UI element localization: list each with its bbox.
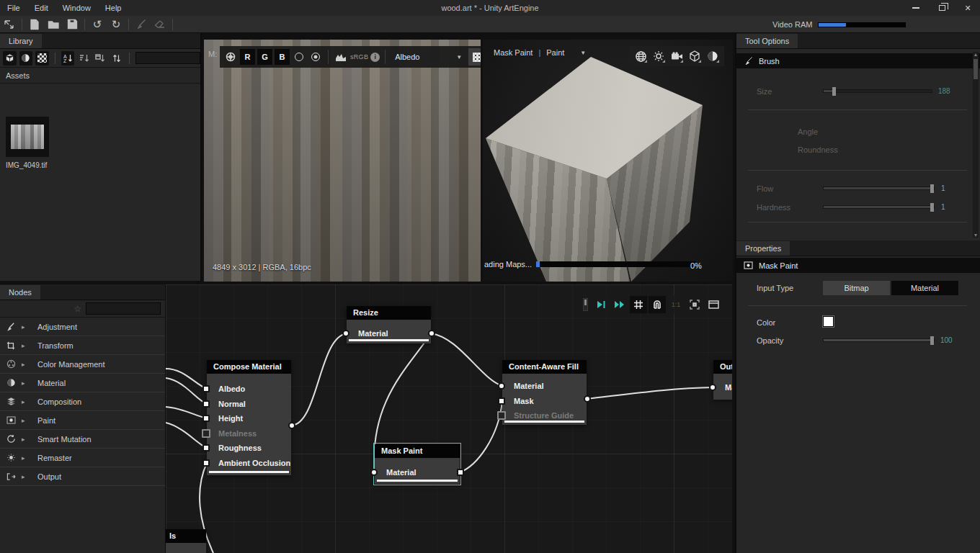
flow-slider-knob[interactable] (930, 184, 934, 193)
input-port-material[interactable] (709, 384, 716, 391)
asset-card[interactable]: IMG_4049.tif (6, 117, 50, 169)
input-port-material[interactable] (342, 330, 349, 337)
output-port[interactable] (288, 422, 295, 429)
scroll-down-icon[interactable]: ▼ (973, 233, 979, 238)
node-clipped-left[interactable]: ls (166, 529, 206, 553)
close-button[interactable]: ✕ (957, 0, 979, 16)
scroll-up-icon[interactable]: ▲ (973, 52, 979, 57)
input-port-normal[interactable] (202, 400, 210, 408)
filter-texture-button[interactable] (35, 51, 49, 66)
sort-type-button[interactable] (77, 51, 91, 66)
flow-slider[interactable] (823, 186, 935, 190)
lighting-button[interactable] (651, 49, 666, 63)
node-category-output[interactable]: ▸ Output (0, 467, 165, 486)
tool-mode-dropdown[interactable]: Paint (546, 48, 564, 57)
favorites-star-icon[interactable]: ☆ (74, 304, 81, 314)
redo-button[interactable]: ↻ (107, 17, 125, 32)
input-port-height[interactable] (202, 415, 210, 422)
opacity-slider[interactable] (823, 338, 935, 342)
size-slider[interactable] (823, 89, 932, 93)
node-category-material[interactable]: ▸ Material (0, 374, 165, 392)
fit-view-button[interactable] (686, 296, 703, 313)
tab-tool-options[interactable]: Tool Options (736, 34, 798, 48)
play-all-button[interactable] (611, 296, 628, 313)
node-output[interactable]: Outp Ma (713, 360, 732, 400)
info-icon[interactable]: i (370, 53, 380, 62)
input-port-material[interactable] (370, 469, 378, 476)
sort-date-button[interactable] (94, 51, 107, 66)
restore-button[interactable] (931, 0, 953, 16)
node-category-transform[interactable]: ▸ Transform (0, 336, 165, 355)
node-category-composition[interactable]: ▸ Composition (0, 392, 165, 411)
menu-edit[interactable]: Edit (27, 0, 55, 16)
node-category-adjustment[interactable]: ▸ Adjustment (0, 318, 165, 336)
histogram-button[interactable] (334, 50, 348, 64)
toggle-grid-button[interactable] (630, 296, 647, 313)
input-type-material-button[interactable]: Material (891, 281, 958, 295)
hardness-slider-knob[interactable] (930, 203, 934, 212)
environment-button[interactable] (633, 49, 648, 63)
alpha-solo-button[interactable] (308, 50, 323, 64)
input-port-roughness[interactable] (202, 444, 210, 451)
output-port[interactable] (457, 469, 464, 476)
srgb-label[interactable]: sRGB (350, 53, 368, 60)
tab-properties[interactable]: Properties (736, 241, 790, 256)
input-port-albedo[interactable] (202, 385, 210, 392)
opacity-slider-knob[interactable] (930, 336, 934, 345)
transform-tool-button[interactable] (0, 17, 19, 32)
input-port-material[interactable] (498, 382, 505, 390)
node-graph-canvas[interactable]: 1:1 Resize Material Compose Material Alb… (166, 284, 732, 553)
tiling-toggle-button[interactable] (223, 50, 238, 64)
zoom-1-1-button[interactable]: 1:1 (667, 296, 685, 313)
node-mask-paint[interactable]: Mask Paint Material (375, 444, 460, 484)
map-select-dropdown[interactable]: Albedo ▼ (391, 49, 466, 65)
panel-layout-button[interactable] (705, 296, 722, 313)
node-category-smart-mutation[interactable]: ▸ Smart Mutation (0, 430, 165, 449)
node-category-color-management[interactable]: ▸ Color Management (0, 355, 165, 374)
menu-help[interactable]: Help (98, 0, 129, 16)
size-slider-knob[interactable] (832, 87, 836, 96)
output-port[interactable] (428, 330, 435, 337)
maps-grid-view-button[interactable] (468, 48, 481, 66)
asset-thumbnail[interactable] (6, 117, 49, 157)
filter-material-button[interactable] (3, 51, 17, 66)
hardness-slider[interactable] (823, 205, 935, 209)
undo-button[interactable]: ↺ (88, 17, 107, 32)
node-resize[interactable]: Resize Material (347, 306, 431, 343)
viewport-3d[interactable]: Mask Paint | Paint ▼ ading Maps... (483, 40, 733, 282)
open-file-button[interactable] (44, 17, 63, 32)
shading-mode-button[interactable] (705, 49, 720, 63)
toggle-snap-button[interactable] (649, 296, 666, 313)
camera-button[interactable] (669, 49, 684, 63)
scrollbar-thumb[interactable] (974, 59, 978, 79)
input-port-mask[interactable] (498, 397, 505, 405)
node-category-paint[interactable]: ▸ Paint (0, 411, 165, 430)
input-port-metalness[interactable] (202, 429, 210, 438)
channel-r-button[interactable]: R (240, 49, 255, 65)
step-play-button[interactable] (592, 296, 610, 313)
filter-sphere-button[interactable] (19, 51, 33, 66)
brush-section-header[interactable]: Brush (736, 53, 980, 68)
color-swatch[interactable] (823, 316, 834, 327)
eraser-tool-button[interactable] (151, 17, 169, 32)
tab-library[interactable]: Library (0, 34, 42, 48)
mesh-shape-button[interactable] (687, 49, 702, 63)
channel-b-button[interactable]: B (275, 49, 290, 65)
menu-file[interactable]: File (0, 0, 27, 16)
input-port-structure-guide[interactable] (497, 411, 506, 420)
tab-nodes[interactable]: Nodes (0, 285, 40, 300)
mask-paint-section-header[interactable]: Mask Paint (736, 258, 980, 273)
graph-mini-scrollbar[interactable] (583, 298, 588, 311)
node-compose-material[interactable]: Compose Material Albedo Normal Height Me… (207, 360, 291, 475)
input-port-ambient-occlusion[interactable] (202, 459, 210, 467)
new-file-button[interactable] (25, 17, 44, 32)
tool-options-scrollbar[interactable]: ▲ ▼ (973, 52, 979, 238)
channel-g-button[interactable]: G (257, 49, 272, 65)
sort-direction-button[interactable] (110, 51, 123, 66)
chevron-down-icon[interactable]: ▼ (580, 50, 586, 56)
node-content-aware-fill[interactable]: Content-Aware Fill Material Mask Structu… (502, 360, 587, 425)
minimize-button[interactable] (905, 0, 927, 16)
brush-tool-button[interactable] (132, 17, 151, 32)
alpha-toggle-button[interactable] (292, 50, 306, 64)
sort-alpha-button[interactable]: AZ (61, 51, 75, 66)
